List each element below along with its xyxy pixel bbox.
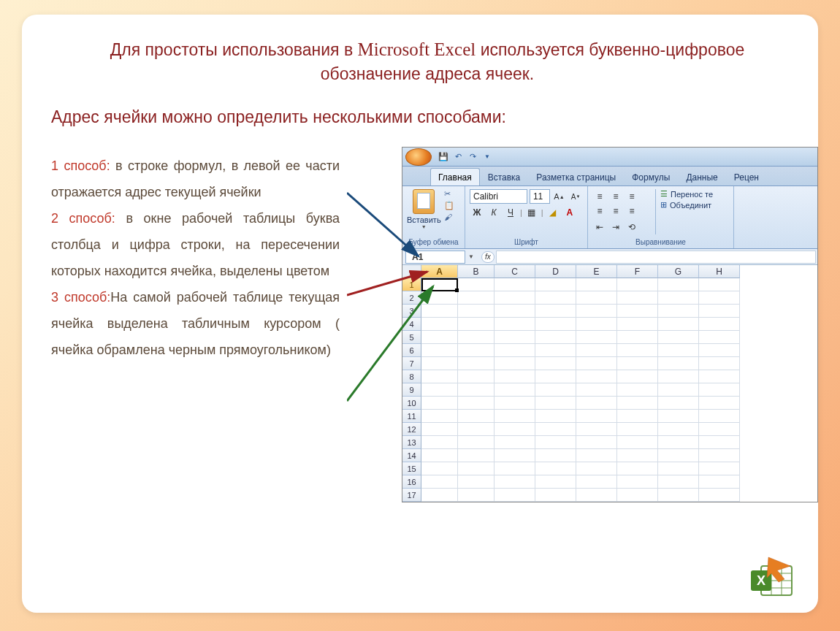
cell[interactable] bbox=[421, 423, 458, 436]
cell[interactable] bbox=[535, 397, 576, 410]
align-center-icon[interactable]: ≡ bbox=[608, 204, 623, 218]
cell[interactable] bbox=[658, 475, 699, 489]
row-header[interactable]: 9 bbox=[402, 383, 421, 397]
cell[interactable] bbox=[617, 423, 658, 436]
cell[interactable] bbox=[421, 278, 458, 291]
column-header[interactable]: E bbox=[576, 265, 617, 278]
cell[interactable] bbox=[699, 383, 740, 397]
font-color-icon[interactable]: A bbox=[562, 205, 577, 220]
cell[interactable] bbox=[495, 318, 535, 331]
cell[interactable] bbox=[658, 344, 699, 357]
font-name-combo[interactable]: Calibri bbox=[470, 189, 527, 204]
row-header[interactable]: 6 bbox=[402, 344, 421, 357]
ribbon-tab[interactable]: Рецен bbox=[726, 168, 767, 186]
fill-color-icon[interactable]: ◢ bbox=[546, 205, 560, 220]
cell[interactable] bbox=[535, 423, 576, 436]
cell[interactable] bbox=[421, 489, 458, 502]
cell[interactable] bbox=[699, 449, 740, 462]
cell[interactable] bbox=[495, 370, 535, 383]
cell[interactable] bbox=[495, 397, 535, 410]
formula-input[interactable] bbox=[496, 251, 816, 264]
bold-icon[interactable]: Ж bbox=[470, 205, 484, 220]
cell[interactable] bbox=[617, 475, 658, 489]
cell[interactable] bbox=[617, 357, 658, 370]
cell[interactable] bbox=[576, 449, 617, 462]
cell[interactable] bbox=[658, 357, 699, 370]
fx-button[interactable]: fx bbox=[481, 251, 495, 263]
cell[interactable] bbox=[421, 449, 458, 462]
cell[interactable] bbox=[617, 344, 658, 357]
cells-area[interactable] bbox=[421, 278, 740, 502]
cell[interactable] bbox=[576, 291, 617, 305]
cell[interactable] bbox=[458, 370, 495, 383]
cell[interactable] bbox=[658, 331, 699, 344]
row-header[interactable]: 1 bbox=[402, 278, 421, 291]
align-top-icon[interactable]: ≡ bbox=[592, 189, 607, 204]
cell[interactable] bbox=[699, 305, 740, 318]
cell[interactable] bbox=[576, 278, 617, 291]
redo-icon[interactable]: ↷ bbox=[467, 151, 478, 163]
align-middle-icon[interactable]: ≡ bbox=[608, 189, 623, 204]
cell[interactable] bbox=[699, 357, 740, 370]
cell[interactable] bbox=[458, 331, 495, 344]
cell[interactable] bbox=[576, 344, 617, 357]
format-painter-icon[interactable]: 🖌 bbox=[444, 213, 454, 223]
cell[interactable] bbox=[495, 344, 535, 357]
cell[interactable] bbox=[617, 291, 658, 305]
cell[interactable] bbox=[458, 475, 495, 489]
cell[interactable] bbox=[699, 489, 740, 502]
office-button-icon[interactable] bbox=[405, 148, 432, 166]
cell[interactable] bbox=[658, 436, 699, 449]
column-header[interactable]: B bbox=[458, 265, 495, 278]
cell[interactable] bbox=[699, 370, 740, 383]
cell[interactable] bbox=[458, 357, 495, 370]
cell[interactable] bbox=[658, 278, 699, 291]
cell[interactable] bbox=[617, 410, 658, 423]
cell[interactable] bbox=[458, 436, 495, 449]
underline-icon[interactable]: Ч bbox=[503, 205, 518, 220]
cell[interactable] bbox=[495, 475, 535, 489]
name-box[interactable]: A1 bbox=[405, 251, 465, 264]
column-header[interactable]: F bbox=[617, 265, 658, 278]
ribbon-tab[interactable]: Разметка страницы bbox=[528, 168, 624, 186]
cell[interactable] bbox=[576, 475, 617, 489]
cell[interactable] bbox=[458, 489, 495, 502]
cell[interactable] bbox=[421, 383, 458, 397]
cell[interactable] bbox=[421, 475, 458, 489]
cell[interactable] bbox=[576, 383, 617, 397]
cell[interactable] bbox=[495, 305, 535, 318]
row-header[interactable]: 13 bbox=[402, 436, 421, 449]
cell[interactable] bbox=[421, 436, 458, 449]
cell[interactable] bbox=[576, 318, 617, 331]
cell[interactable] bbox=[458, 383, 495, 397]
cell[interactable] bbox=[658, 449, 699, 462]
cell[interactable] bbox=[458, 291, 495, 305]
name-box-dropdown-icon[interactable]: ▼ bbox=[468, 253, 474, 260]
merge-button[interactable]: ⊞ Объединит bbox=[660, 200, 713, 210]
align-left-icon[interactable]: ≡ bbox=[592, 204, 607, 218]
cell[interactable] bbox=[421, 291, 458, 305]
cell[interactable] bbox=[535, 383, 576, 397]
cell[interactable] bbox=[535, 475, 576, 489]
cell[interactable] bbox=[495, 278, 535, 291]
cell[interactable] bbox=[576, 357, 617, 370]
cell[interactable] bbox=[576, 410, 617, 423]
cell[interactable] bbox=[495, 383, 535, 397]
row-header[interactable]: 7 bbox=[402, 357, 421, 370]
ribbon-tab[interactable]: Главная bbox=[430, 168, 480, 186]
qat-dropdown-icon[interactable]: ▼ bbox=[481, 151, 493, 163]
cell[interactable] bbox=[535, 449, 576, 462]
cell[interactable] bbox=[576, 462, 617, 475]
column-header[interactable]: H bbox=[699, 265, 740, 278]
cell[interactable] bbox=[617, 278, 658, 291]
orientation-icon[interactable]: ⟲ bbox=[625, 220, 639, 234]
cell[interactable] bbox=[699, 410, 740, 423]
row-header[interactable]: 14 bbox=[402, 449, 421, 462]
cell[interactable] bbox=[699, 291, 740, 305]
cell[interactable] bbox=[495, 462, 535, 475]
cell[interactable] bbox=[535, 357, 576, 370]
cell[interactable] bbox=[535, 278, 576, 291]
cell[interactable] bbox=[576, 305, 617, 318]
column-header[interactable]: A bbox=[421, 265, 458, 278]
cell[interactable] bbox=[535, 331, 576, 344]
